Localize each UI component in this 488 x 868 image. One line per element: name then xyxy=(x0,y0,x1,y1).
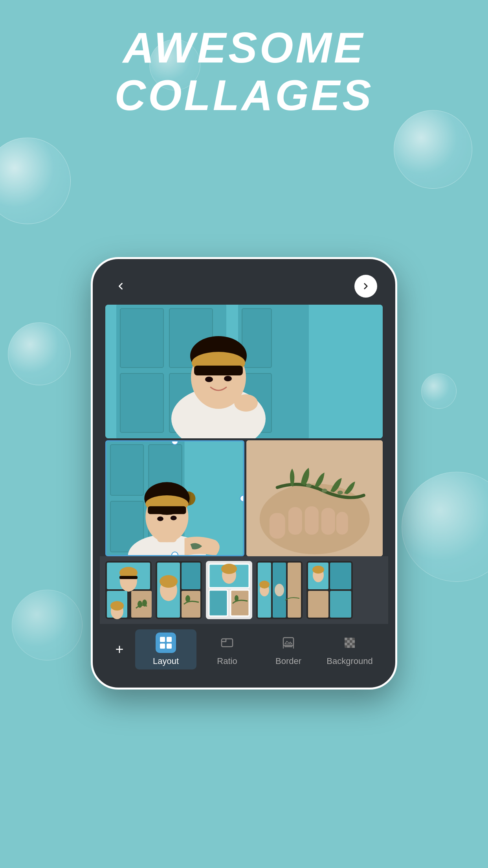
phone-shell: + Layout xyxy=(91,257,397,690)
thumb-4-svg xyxy=(256,561,303,619)
svg-point-43 xyxy=(321,489,327,493)
bottom-left-photo-svg xyxy=(106,441,243,555)
svg-point-66 xyxy=(221,564,237,574)
bottom-toolbar: + Layout xyxy=(100,624,388,680)
layout-thumbnails xyxy=(100,556,388,624)
border-label: Border xyxy=(275,656,301,666)
phone-mockup: + Layout xyxy=(91,257,397,690)
svg-rect-37 xyxy=(269,513,285,539)
svg-point-52 xyxy=(110,601,124,611)
layout-thumb-5[interactable] xyxy=(306,561,353,619)
layout-icon xyxy=(159,636,172,649)
svg-rect-41 xyxy=(336,512,348,535)
collage-bottom-row xyxy=(105,440,383,556)
svg-point-44 xyxy=(337,491,343,495)
svg-rect-96 xyxy=(350,643,352,645)
svg-rect-94 xyxy=(352,640,355,643)
svg-point-83 xyxy=(312,566,324,574)
svg-rect-21 xyxy=(110,445,143,495)
svg-rect-85 xyxy=(167,637,172,642)
border-icon xyxy=(282,636,295,649)
thumb-5-svg xyxy=(306,561,353,619)
svg-point-34 xyxy=(171,516,177,520)
svg-rect-86 xyxy=(160,644,165,649)
svg-rect-49 xyxy=(119,576,138,579)
svg-point-42 xyxy=(306,484,311,487)
svg-point-75 xyxy=(259,581,270,588)
svg-rect-97 xyxy=(347,645,350,648)
svg-point-18 xyxy=(234,394,258,412)
layout-thumb-3[interactable] xyxy=(206,561,252,619)
title-line2: COLLAGES xyxy=(0,71,488,119)
svg-point-33 xyxy=(157,517,163,521)
svg-rect-40 xyxy=(321,508,335,535)
svg-rect-98 xyxy=(352,645,355,648)
svg-rect-60 xyxy=(182,563,200,589)
top-bar xyxy=(100,266,388,305)
collage-area xyxy=(100,305,388,556)
collage-bottom-right-photo[interactable] xyxy=(246,440,383,556)
svg-point-62 xyxy=(185,595,190,602)
svg-point-59 xyxy=(160,575,178,588)
svg-point-55 xyxy=(142,600,147,607)
ratio-icon xyxy=(220,636,234,649)
app-title: AWESOME COLLAGES xyxy=(0,24,488,119)
border-icon-box xyxy=(278,633,299,653)
svg-rect-84 xyxy=(160,637,165,642)
svg-point-76 xyxy=(275,584,284,596)
background-icon xyxy=(343,636,356,649)
add-button[interactable]: + xyxy=(108,641,131,658)
phone-screen: + Layout xyxy=(100,266,388,680)
svg-rect-87 xyxy=(167,644,172,649)
svg-point-54 xyxy=(138,601,142,608)
collage-grid xyxy=(105,305,383,556)
ratio-label: Ratio xyxy=(217,656,237,666)
thumb-1-svg xyxy=(105,561,152,619)
collage-top-photo[interactable] xyxy=(105,305,383,438)
top-photo-svg xyxy=(105,305,383,438)
svg-point-69 xyxy=(235,595,238,601)
layout-thumb-2[interactable] xyxy=(156,561,202,619)
svg-rect-79 xyxy=(330,563,351,589)
ratio-icon-box xyxy=(217,633,237,653)
svg-rect-92 xyxy=(350,638,352,640)
svg-rect-80 xyxy=(308,591,328,618)
layout-icon-box xyxy=(156,633,176,653)
svg-rect-2 xyxy=(120,309,163,368)
svg-rect-38 xyxy=(288,507,302,535)
handle-bottom[interactable] xyxy=(171,552,178,556)
svg-rect-67 xyxy=(209,590,227,616)
layout-label: Layout xyxy=(153,656,179,666)
svg-rect-3 xyxy=(120,373,163,432)
thumb-2-svg xyxy=(156,561,202,619)
svg-rect-73 xyxy=(288,563,301,618)
svg-rect-81 xyxy=(330,591,351,618)
toolbar-border[interactable]: Border xyxy=(258,629,319,669)
svg-rect-91 xyxy=(345,638,347,640)
bottom-right-photo-svg xyxy=(246,440,383,556)
svg-rect-15 xyxy=(194,366,243,375)
svg-rect-89 xyxy=(283,638,294,645)
title-line1: AWESOME xyxy=(0,24,488,71)
background-icon-box xyxy=(339,633,360,653)
back-button[interactable] xyxy=(111,276,130,296)
toolbar-ratio[interactable]: Ratio xyxy=(196,629,258,669)
svg-point-17 xyxy=(224,376,232,381)
svg-rect-95 xyxy=(345,643,347,645)
svg-rect-32 xyxy=(148,506,186,514)
svg-rect-93 xyxy=(347,640,350,643)
toolbar-layout[interactable]: Layout xyxy=(135,629,196,669)
thumb-3-svg xyxy=(206,561,252,619)
forward-button[interactable] xyxy=(354,275,377,298)
svg-point-16 xyxy=(205,377,213,382)
layout-thumb-1[interactable] xyxy=(105,561,152,619)
layout-thumb-4[interactable] xyxy=(256,561,303,619)
background-label: Background xyxy=(327,656,372,666)
svg-rect-39 xyxy=(305,506,318,535)
svg-rect-88 xyxy=(222,639,233,647)
collage-bottom-left-photo[interactable] xyxy=(105,440,244,556)
svg-rect-8 xyxy=(242,309,272,368)
handle-right[interactable] xyxy=(240,495,244,502)
toolbar-background[interactable]: Background xyxy=(319,629,380,669)
